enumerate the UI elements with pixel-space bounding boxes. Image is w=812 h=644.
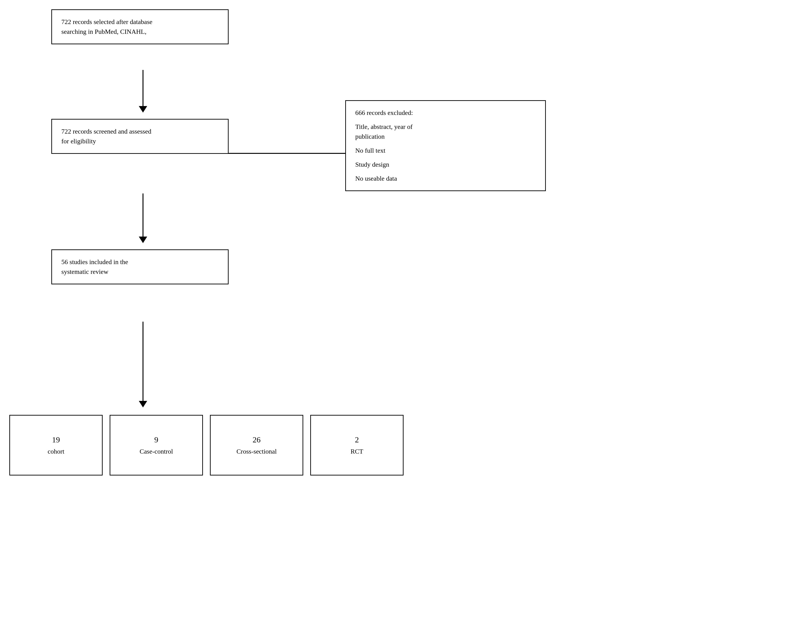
cohort-label: cohort [47,446,64,457]
diagram-container: 722 records selected after database sear… [0,0,812,644]
included-line1: 56 studies included in the [61,257,218,267]
exclusion-item-0: Title, abstract, year of [355,122,536,132]
study-cohort: 19 cohort [9,415,103,475]
case-control-num: 9 [154,434,159,446]
study-rct: 2 RCT [310,415,403,475]
arrow-screen-to-exclusion [229,149,352,158]
included-box: 56 studies included in the systematic re… [51,250,229,284]
screening-box: 722 records screened and assessed for el… [51,119,229,154]
exclusion-title: 666 records excluded: [355,108,536,118]
cross-sectional-num: 26 [253,434,261,446]
top-box: 722 records selected after database sear… [51,9,229,44]
study-type-row: 19 cohort 9 Case-control 26 Cross-sectio… [9,415,411,475]
cohort-num: 19 [52,434,60,446]
exclusion-item-4: No useable data [355,174,536,183]
rct-num: 2 [355,434,359,446]
arrow-included-to-bottom [139,322,147,407]
screen-line2: for eligibility [61,136,218,146]
included-line2: systematic review [61,267,218,277]
exclusion-box: 666 records excluded: Title, abstract, y… [345,100,546,191]
top-box-line1: 722 records selected after database [61,17,218,27]
exclusion-item-1: publication [355,132,536,142]
exclusion-item-2: No full text [355,146,536,155]
screen-line1: 722 records screened and assessed [61,126,218,136]
cross-sectional-label: Cross-sectional [237,446,277,457]
exclusion-item-3: Study design [355,160,536,169]
arrow-top-to-screen [139,70,147,113]
case-control-label: Case-control [139,446,173,457]
top-box-line2: searching in PubMed, CINAHL, [61,27,218,37]
study-case-control: 9 Case-control [110,415,203,475]
study-cross-sectional: 26 Cross-sectional [210,415,303,475]
rct-label: RCT [351,446,363,457]
arrow-screen-to-included [139,193,147,243]
